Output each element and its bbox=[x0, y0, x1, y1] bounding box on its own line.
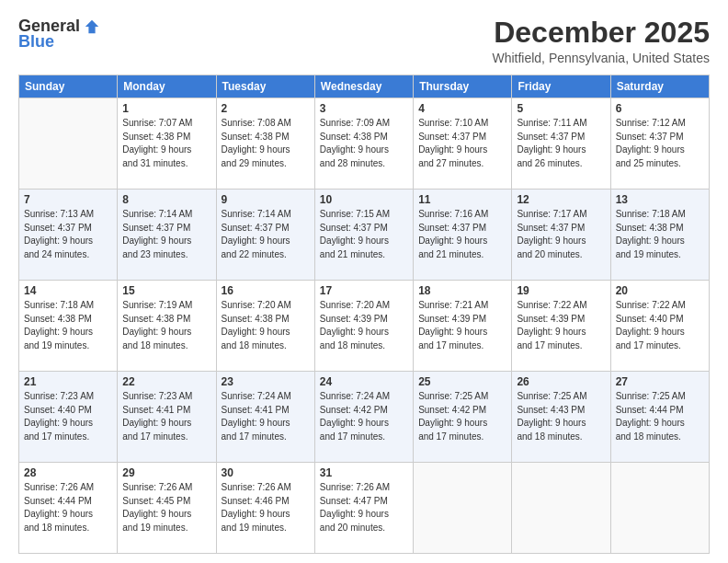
day-info: Sunrise: 7:07 AMSunset: 4:38 PMDaylight:… bbox=[122, 117, 210, 170]
calendar-week-row: 7Sunrise: 7:13 AMSunset: 4:37 PMDaylight… bbox=[19, 190, 710, 281]
calendar-cell: 12Sunrise: 7:17 AMSunset: 4:37 PMDayligh… bbox=[512, 190, 610, 281]
calendar-cell: 5Sunrise: 7:11 AMSunset: 4:37 PMDaylight… bbox=[512, 98, 610, 190]
day-number: 23 bbox=[222, 375, 310, 388]
calendar-cell: 8Sunrise: 7:14 AMSunset: 4:37 PMDaylight… bbox=[118, 190, 216, 281]
day-info: Sunrise: 7:12 AMSunset: 4:37 PMDaylight:… bbox=[616, 117, 704, 170]
calendar-cell: 20Sunrise: 7:22 AMSunset: 4:40 PMDayligh… bbox=[610, 281, 709, 372]
weekday-header-cell: Saturday bbox=[610, 75, 709, 98]
calendar-week-row: 21Sunrise: 7:23 AMSunset: 4:40 PMDayligh… bbox=[19, 372, 710, 463]
day-number: 30 bbox=[222, 466, 310, 479]
day-info: Sunrise: 7:23 AMSunset: 4:41 PMDaylight:… bbox=[122, 390, 210, 443]
day-number: 12 bbox=[517, 193, 605, 206]
calendar-week-row: 1Sunrise: 7:07 AMSunset: 4:38 PMDaylight… bbox=[19, 98, 710, 190]
day-number: 5 bbox=[517, 102, 605, 115]
day-number: 25 bbox=[418, 375, 506, 388]
calendar-cell: 11Sunrise: 7:16 AMSunset: 4:37 PMDayligh… bbox=[414, 190, 512, 281]
day-info: Sunrise: 7:25 AMSunset: 4:44 PMDaylight:… bbox=[616, 390, 704, 443]
day-number: 19 bbox=[517, 284, 605, 297]
calendar-cell: 7Sunrise: 7:13 AMSunset: 4:37 PMDaylight… bbox=[19, 190, 118, 281]
calendar-cell: 1Sunrise: 7:07 AMSunset: 4:38 PMDaylight… bbox=[118, 98, 216, 190]
day-info: Sunrise: 7:18 AMSunset: 4:38 PMDaylight:… bbox=[616, 208, 704, 261]
calendar-week-row: 28Sunrise: 7:26 AMSunset: 4:44 PMDayligh… bbox=[19, 463, 710, 554]
day-number: 6 bbox=[616, 102, 704, 115]
day-info: Sunrise: 7:20 AMSunset: 4:39 PMDaylight:… bbox=[320, 299, 408, 352]
calendar-cell: 24Sunrise: 7:24 AMSunset: 4:42 PMDayligh… bbox=[314, 372, 413, 463]
day-info: Sunrise: 7:18 AMSunset: 4:38 PMDaylight:… bbox=[24, 299, 112, 352]
calendar-cell: 10Sunrise: 7:15 AMSunset: 4:37 PMDayligh… bbox=[314, 190, 413, 281]
day-info: Sunrise: 7:23 AMSunset: 4:40 PMDaylight:… bbox=[24, 390, 112, 443]
calendar-cell: 19Sunrise: 7:22 AMSunset: 4:39 PMDayligh… bbox=[512, 281, 610, 372]
weekday-header-cell: Friday bbox=[512, 75, 610, 98]
calendar-cell: 13Sunrise: 7:18 AMSunset: 4:38 PMDayligh… bbox=[610, 190, 709, 281]
calendar-cell: 21Sunrise: 7:23 AMSunset: 4:40 PMDayligh… bbox=[19, 372, 118, 463]
calendar-cell: 16Sunrise: 7:20 AMSunset: 4:38 PMDayligh… bbox=[216, 281, 314, 372]
calendar-week-row: 14Sunrise: 7:18 AMSunset: 4:38 PMDayligh… bbox=[19, 281, 710, 372]
calendar-cell: 27Sunrise: 7:25 AMSunset: 4:44 PMDayligh… bbox=[610, 372, 709, 463]
day-info: Sunrise: 7:26 AMSunset: 4:47 PMDaylight:… bbox=[320, 481, 408, 534]
day-info: Sunrise: 7:15 AMSunset: 4:37 PMDaylight:… bbox=[320, 208, 408, 261]
calendar-body: 1Sunrise: 7:07 AMSunset: 4:38 PMDaylight… bbox=[19, 98, 710, 554]
day-number: 16 bbox=[222, 284, 310, 297]
day-info: Sunrise: 7:26 AMSunset: 4:45 PMDaylight:… bbox=[122, 481, 210, 534]
day-info: Sunrise: 7:08 AMSunset: 4:38 PMDaylight:… bbox=[222, 117, 310, 170]
calendar-cell: 17Sunrise: 7:20 AMSunset: 4:39 PMDayligh… bbox=[314, 281, 413, 372]
day-info: Sunrise: 7:20 AMSunset: 4:38 PMDaylight:… bbox=[222, 299, 310, 352]
calendar-cell: 23Sunrise: 7:24 AMSunset: 4:41 PMDayligh… bbox=[216, 372, 314, 463]
calendar-cell bbox=[19, 98, 118, 190]
day-number: 1 bbox=[122, 102, 210, 115]
day-info: Sunrise: 7:22 AMSunset: 4:40 PMDaylight:… bbox=[616, 299, 704, 352]
day-info: Sunrise: 7:24 AMSunset: 4:42 PMDaylight:… bbox=[320, 390, 408, 443]
day-info: Sunrise: 7:09 AMSunset: 4:38 PMDaylight:… bbox=[320, 117, 408, 170]
logo: General Blue bbox=[18, 17, 100, 52]
day-number: 9 bbox=[222, 193, 310, 206]
day-number: 20 bbox=[616, 284, 704, 297]
page: General Blue December 2025 Whitfield, Pe… bbox=[0, 0, 728, 563]
calendar-cell bbox=[414, 463, 512, 554]
calendar-cell: 29Sunrise: 7:26 AMSunset: 4:45 PMDayligh… bbox=[118, 463, 216, 554]
weekday-header-cell: Wednesday bbox=[314, 75, 413, 98]
day-number: 22 bbox=[122, 375, 210, 388]
calendar-cell bbox=[512, 463, 610, 554]
logo-blue: Blue bbox=[18, 32, 54, 52]
calendar: SundayMondayTuesdayWednesdayThursdayFrid… bbox=[18, 75, 710, 554]
day-number: 2 bbox=[222, 102, 310, 115]
day-number: 4 bbox=[418, 102, 506, 115]
day-number: 18 bbox=[418, 284, 506, 297]
day-info: Sunrise: 7:17 AMSunset: 4:37 PMDaylight:… bbox=[517, 208, 605, 261]
day-number: 13 bbox=[616, 193, 704, 206]
subtitle: Whitfield, Pennsylvania, United States bbox=[492, 51, 710, 65]
calendar-cell: 15Sunrise: 7:19 AMSunset: 4:38 PMDayligh… bbox=[118, 281, 216, 372]
title-block: December 2025 Whitfield, Pennsylvania, U… bbox=[492, 17, 710, 65]
weekday-header-cell: Monday bbox=[118, 75, 216, 98]
header: General Blue December 2025 Whitfield, Pe… bbox=[18, 17, 710, 65]
day-number: 7 bbox=[24, 193, 112, 206]
day-info: Sunrise: 7:26 AMSunset: 4:44 PMDaylight:… bbox=[24, 481, 112, 534]
weekday-header-cell: Thursday bbox=[414, 75, 512, 98]
day-number: 8 bbox=[122, 193, 210, 206]
day-number: 26 bbox=[517, 375, 605, 388]
calendar-cell: 31Sunrise: 7:26 AMSunset: 4:47 PMDayligh… bbox=[314, 463, 413, 554]
day-number: 14 bbox=[24, 284, 112, 297]
day-info: Sunrise: 7:25 AMSunset: 4:42 PMDaylight:… bbox=[418, 390, 506, 443]
day-info: Sunrise: 7:25 AMSunset: 4:43 PMDaylight:… bbox=[517, 390, 605, 443]
day-info: Sunrise: 7:11 AMSunset: 4:37 PMDaylight:… bbox=[517, 117, 605, 170]
calendar-cell: 2Sunrise: 7:08 AMSunset: 4:38 PMDaylight… bbox=[216, 98, 314, 190]
weekday-header-cell: Tuesday bbox=[216, 75, 314, 98]
calendar-cell: 18Sunrise: 7:21 AMSunset: 4:39 PMDayligh… bbox=[414, 281, 512, 372]
calendar-cell: 9Sunrise: 7:14 AMSunset: 4:37 PMDaylight… bbox=[216, 190, 314, 281]
day-info: Sunrise: 7:14 AMSunset: 4:37 PMDaylight:… bbox=[122, 208, 210, 261]
day-info: Sunrise: 7:19 AMSunset: 4:38 PMDaylight:… bbox=[122, 299, 210, 352]
calendar-cell: 25Sunrise: 7:25 AMSunset: 4:42 PMDayligh… bbox=[414, 372, 512, 463]
day-number: 21 bbox=[24, 375, 112, 388]
day-number: 29 bbox=[122, 466, 210, 479]
day-number: 24 bbox=[320, 375, 408, 388]
day-info: Sunrise: 7:16 AMSunset: 4:37 PMDaylight:… bbox=[418, 208, 506, 261]
logo-icon bbox=[84, 18, 100, 35]
day-info: Sunrise: 7:10 AMSunset: 4:37 PMDaylight:… bbox=[418, 117, 506, 170]
day-info: Sunrise: 7:13 AMSunset: 4:37 PMDaylight:… bbox=[24, 208, 112, 261]
weekday-header: SundayMondayTuesdayWednesdayThursdayFrid… bbox=[19, 75, 710, 98]
day-number: 3 bbox=[320, 102, 408, 115]
calendar-cell: 6Sunrise: 7:12 AMSunset: 4:37 PMDaylight… bbox=[610, 98, 709, 190]
day-info: Sunrise: 7:21 AMSunset: 4:39 PMDaylight:… bbox=[418, 299, 506, 352]
day-number: 10 bbox=[320, 193, 408, 206]
